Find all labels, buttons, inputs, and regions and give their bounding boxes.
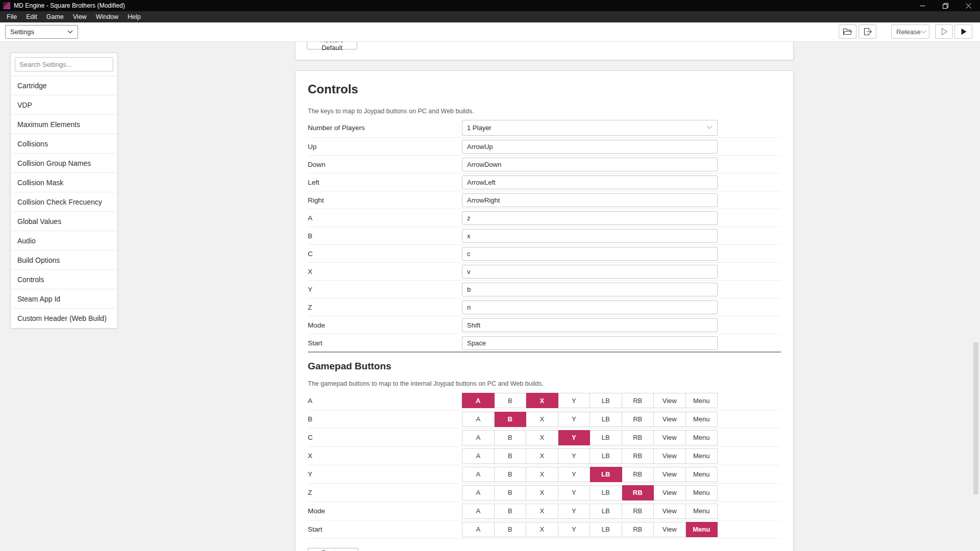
sidebar-item-maximum-elements[interactable]: Maximum Elements [11, 114, 117, 134]
key-input-a[interactable] [462, 211, 718, 225]
panel-select[interactable]: Settings [5, 25, 78, 39]
gamepad-z-option-menu[interactable]: Menu [686, 485, 718, 500]
menu-edit[interactable]: Edit [21, 11, 42, 22]
gamepad-x-option-a[interactable]: A [462, 448, 495, 464]
sidebar-item-audio[interactable]: Audio [11, 231, 117, 250]
gamepad-y-option-view[interactable]: View [654, 467, 686, 482]
gamepad-b-option-y[interactable]: Y [558, 412, 591, 427]
gamepad-c-option-menu[interactable]: Menu [686, 430, 718, 445]
sidebar-item-collision-mask[interactable]: Collision Mask [11, 172, 117, 192]
gamepad-a-option-lb[interactable]: LB [590, 393, 622, 408]
gamepad-mode-option-menu[interactable]: Menu [686, 504, 718, 519]
gamepad-a-option-a[interactable]: A [462, 393, 495, 408]
gamepad-z-option-a[interactable]: A [462, 485, 495, 500]
gamepad-c-option-lb[interactable]: LB [590, 430, 622, 445]
gamepad-z-option-lb[interactable]: LB [590, 485, 622, 500]
sidebar-item-global-values[interactable]: Global Values [11, 211, 117, 231]
key-input-z[interactable] [462, 300, 718, 314]
scrollbar-thumb[interactable] [973, 342, 978, 495]
export-build-button[interactable] [859, 24, 876, 39]
gamepad-x-option-y[interactable]: Y [558, 448, 591, 464]
search-input[interactable] [15, 57, 113, 71]
gamepad-b-option-a[interactable]: A [462, 412, 495, 427]
gamepad-y-option-lb[interactable]: LB [590, 467, 622, 482]
gamepad-a-option-menu[interactable]: Menu [686, 393, 718, 408]
sidebar-item-collision-group-names[interactable]: Collision Group Names [11, 153, 117, 172]
gamepad-y-option-y[interactable]: Y [558, 467, 591, 482]
key-input-y[interactable] [462, 283, 718, 296]
gamepad-z-option-rb[interactable]: RB [622, 485, 654, 500]
gamepad-start-option-x[interactable]: X [526, 522, 558, 537]
gamepad-mode-option-view[interactable]: View [654, 504, 686, 519]
run-debug-button[interactable] [935, 24, 953, 39]
gamepad-y-option-rb[interactable]: RB [622, 467, 654, 482]
sidebar-item-custom-header-web-build[interactable]: Custom Header (Web Build) [11, 308, 117, 328]
gamepad-a-option-view[interactable]: View [654, 393, 686, 408]
gamepad-b-option-rb[interactable]: RB [622, 412, 654, 427]
menu-help[interactable]: Help [123, 11, 145, 22]
gamepad-mode-option-x[interactable]: X [526, 504, 558, 519]
menu-game[interactable]: Game [42, 11, 68, 22]
gamepad-start-option-lb[interactable]: LB [590, 522, 622, 537]
gamepad-start-option-rb[interactable]: RB [622, 522, 654, 537]
close-button[interactable] [957, 0, 980, 11]
gamepad-y-option-b[interactable]: B [495, 467, 527, 482]
open-project-button[interactable] [839, 24, 856, 39]
gamepad-b-option-lb[interactable]: LB [590, 412, 622, 427]
gamepad-b-option-menu[interactable]: Menu [686, 412, 718, 427]
run-button[interactable] [954, 24, 972, 39]
key-input-x[interactable] [462, 265, 718, 279]
build-config-select[interactable]: Release [891, 24, 929, 39]
sidebar-item-build-options[interactable]: Build Options [11, 250, 117, 269]
restore-button[interactable] [934, 0, 957, 11]
gamepad-mode-option-y[interactable]: Y [558, 504, 591, 519]
gamepad-start-option-view[interactable]: View [654, 522, 686, 537]
gamepad-mode-option-rb[interactable]: RB [622, 504, 654, 519]
sidebar-item-vdp[interactable]: VDP [11, 95, 117, 114]
gamepad-y-option-a[interactable]: A [462, 467, 495, 482]
key-input-left[interactable] [462, 176, 718, 189]
gamepad-c-option-view[interactable]: View [654, 430, 686, 445]
gamepad-a-option-b[interactable]: B [495, 393, 527, 408]
gamepad-y-option-menu[interactable]: Menu [686, 467, 718, 482]
gamepad-mode-option-lb[interactable]: LB [590, 504, 622, 519]
menu-view[interactable]: View [68, 11, 91, 22]
restore-default-button[interactable]: Restore Default [308, 548, 358, 551]
gamepad-c-option-y[interactable]: Y [558, 430, 591, 445]
gamepad-a-option-x[interactable]: X [526, 393, 558, 408]
gamepad-x-option-lb[interactable]: LB [590, 448, 622, 464]
key-input-up[interactable] [462, 140, 718, 154]
gamepad-a-option-y[interactable]: Y [558, 393, 591, 408]
gamepad-z-option-b[interactable]: B [495, 485, 527, 500]
gamepad-mode-option-a[interactable]: A [462, 504, 495, 519]
restore-default-button[interactable]: Restore Default [307, 42, 357, 49]
gamepad-c-option-x[interactable]: X [526, 430, 558, 445]
gamepad-start-option-y[interactable]: Y [558, 522, 591, 537]
gamepad-start-option-a[interactable]: A [462, 522, 495, 537]
key-input-b[interactable] [462, 229, 718, 243]
key-input-right[interactable] [462, 193, 718, 207]
sidebar-item-controls[interactable]: Controls [11, 269, 117, 289]
players-select[interactable]: 1 Player [462, 120, 718, 136]
key-input-start[interactable] [462, 336, 718, 350]
gamepad-x-option-menu[interactable]: Menu [686, 448, 718, 464]
gamepad-b-option-view[interactable]: View [654, 412, 686, 427]
gamepad-mode-option-b[interactable]: B [495, 504, 527, 519]
gamepad-x-option-rb[interactable]: RB [622, 448, 654, 464]
gamepad-c-option-rb[interactable]: RB [622, 430, 654, 445]
gamepad-start-option-b[interactable]: B [495, 522, 527, 537]
gamepad-a-option-rb[interactable]: RB [622, 393, 654, 408]
gamepad-b-option-b[interactable]: B [495, 412, 527, 427]
gamepad-c-option-b[interactable]: B [495, 430, 527, 445]
gamepad-b-option-x[interactable]: X [526, 412, 558, 427]
key-input-mode[interactable] [462, 318, 718, 332]
sidebar-item-cartridge[interactable]: Cartridge [11, 76, 117, 95]
sidebar-item-steam-app-id[interactable]: Steam App Id [11, 289, 117, 308]
minimize-button[interactable] [911, 0, 934, 11]
gamepad-x-option-x[interactable]: X [526, 448, 558, 464]
key-input-c[interactable] [462, 247, 718, 261]
sidebar-item-collision-check-frecuency[interactable]: Collision Check Frecuency [11, 192, 117, 211]
gamepad-x-option-view[interactable]: View [654, 448, 686, 464]
gamepad-z-option-view[interactable]: View [654, 485, 686, 500]
gamepad-z-option-x[interactable]: X [526, 485, 558, 500]
